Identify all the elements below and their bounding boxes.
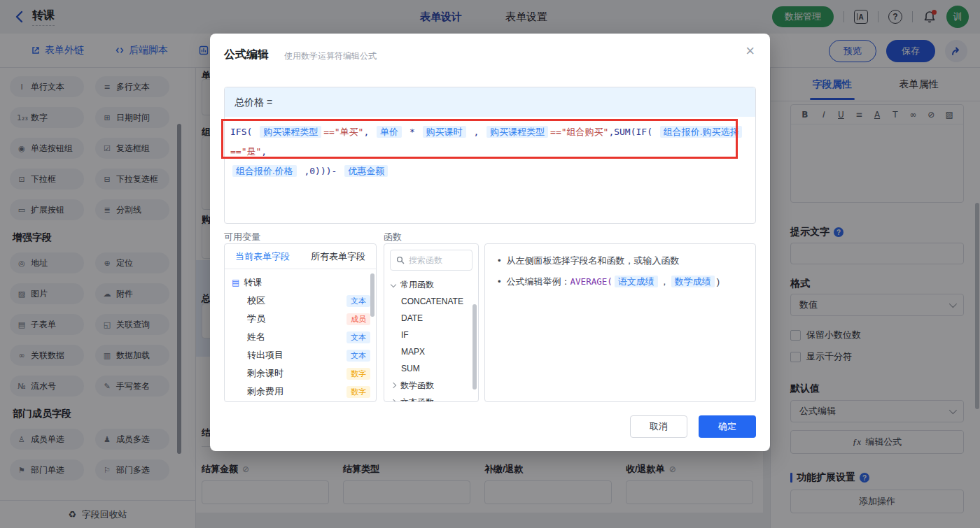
formula-field-token[interactable]: 购买课程类型 <box>260 126 321 138</box>
variable-name: 转出项目 <box>247 349 284 362</box>
tip-separator: ， <box>660 276 669 287</box>
close-icon[interactable]: × <box>746 43 755 59</box>
formula-op: =="是" <box>230 146 261 157</box>
formula-tips-panel: • 从左侧面板选择字段名和函数，或输入函数 • 公式编辑举例：AVERAGE(语… <box>484 243 756 402</box>
variables-panel: 当前表单字段 所有表单字段 ▤转课校区文本学员成员姓名文本转出项目文本剩余课时数… <box>224 243 377 402</box>
function-item[interactable]: MAPX <box>384 343 478 360</box>
example-field-token: 语文成绩 <box>615 276 658 287</box>
example-field-token: 数学成绩 <box>671 276 715 287</box>
tip-suffix: ) <box>717 276 720 287</box>
field-type-badge: 数字 <box>346 386 370 398</box>
form-doc-icon: ▤ <box>232 278 239 287</box>
bullet: • <box>498 254 501 268</box>
functions-scrollbar[interactable] <box>472 304 477 390</box>
field-type-badge: 文本 <box>346 331 370 343</box>
tip-line-1: • 从左侧面板选择字段名和函数，或输入函数 <box>498 254 743 268</box>
field-type-badge: 文本 <box>346 350 370 362</box>
formula-field-token[interactable]: 单价 <box>377 126 402 138</box>
variable-name: 剩余课时 <box>247 367 284 380</box>
variables-tabs: 当前表单字段 所有表单字段 <box>225 244 376 269</box>
form-name: 转课 <box>244 276 262 289</box>
tip-function-name: AVERAGE( <box>570 276 612 287</box>
formula-field-token[interactable]: 优惠金额 <box>344 165 388 177</box>
function-group-collapsed[interactable]: 数学函数 <box>384 377 478 394</box>
variable-name: 校区 <box>247 294 265 307</box>
formula-code: * <box>404 127 420 137</box>
variable-name: 剩余费用 <box>247 385 284 398</box>
modal-subtitle: 使用数学运算符编辑公式 <box>284 50 377 62</box>
variables-label: 可用变量 <box>224 231 260 243</box>
function-group-collapsed[interactable]: 文本函数 <box>384 394 478 402</box>
function-group-name: 数学函数 <box>400 380 434 392</box>
search-placeholder: 搜索函数 <box>409 255 442 266</box>
formula-editor: 总价格 = IFS( 购买课程类型=="单买", 单价 * 购买课时 , 购买课… <box>224 87 756 224</box>
chevron-right-icon <box>391 399 396 402</box>
field-type-badge: 成员 <box>346 313 370 325</box>
formula-edit-modal: 公式编辑 使用数学运算符编辑公式 × 总价格 = IFS( 购买课程类型=="单… <box>210 34 770 451</box>
variable-name: 学员 <box>247 313 265 325</box>
search-icon <box>396 256 405 264</box>
function-item[interactable]: CONCATENATE <box>384 293 478 310</box>
formula-result-label: 总价格 = <box>225 87 755 117</box>
variable-field-item[interactable]: 学员成员 <box>232 310 370 328</box>
formula-field-token[interactable]: 组合报价.购买选择 <box>660 126 743 138</box>
functions-list: 常用函数CONCATENATEDATEIFMAPXSUM数学函数文本函数 <box>384 276 478 402</box>
formula-code: ,0)))- <box>299 166 343 176</box>
formula-field-token[interactable]: 组合报价.价格 <box>232 165 297 177</box>
functions-panel: 搜索函数 常用函数CONCATENATEDATEIFMAPXSUM数学函数文本函… <box>384 243 479 402</box>
formula-input[interactable]: IFS( 购买课程类型=="单买", 单价 * 购买课时 , 购买课程类型=="… <box>225 117 755 187</box>
field-type-badge: 数字 <box>346 368 370 380</box>
formula-field-token[interactable]: 购买课程类型 <box>486 126 548 138</box>
formula-code: , <box>468 127 484 137</box>
function-group-name: 文本函数 <box>400 397 434 403</box>
tab-all-form-fields[interactable]: 所有表单字段 <box>300 250 376 263</box>
formula-op: =="组合购买" <box>550 127 608 137</box>
formula-code: , <box>363 127 374 137</box>
tip-line-2: • 公式编辑举例：AVERAGE(语文成绩，数学成绩) <box>498 275 743 289</box>
modal-title: 公式编辑 <box>224 48 269 62</box>
function-item[interactable]: DATE <box>384 310 478 327</box>
functions-label: 函数 <box>384 231 402 243</box>
chevron-right-icon <box>391 383 396 388</box>
formula-example: 公式编辑举例：AVERAGE(语文成绩，数学成绩) <box>507 275 720 289</box>
function-group-expanded[interactable]: 常用函数 <box>384 276 478 293</box>
variable-field-item[interactable]: 校区文本 <box>232 292 370 310</box>
variable-field-item[interactable]: 剩余费用数字 <box>232 383 370 401</box>
tip-prefix: 公式编辑举例： <box>507 276 570 287</box>
cancel-button[interactable]: 取消 <box>630 415 687 438</box>
formula-code: , <box>261 146 267 157</box>
app-root: 转课 表单设计 表单设置 数据管理 A ? 训 表单外链 后端脚本 <box>0 0 980 528</box>
variable-name: 姓名 <box>247 331 265 343</box>
formula-field-token[interactable]: 购买课时 <box>423 126 466 138</box>
variable-field-item[interactable]: 剩余课时数字 <box>232 364 370 383</box>
variable-field-item[interactable]: 转出项目文本 <box>232 346 370 364</box>
field-type-badge: 文本 <box>346 295 370 307</box>
tab-current-form-fields[interactable]: 当前表单字段 <box>225 250 300 263</box>
function-item[interactable]: SUM <box>384 360 478 377</box>
variables-scrollbar[interactable] <box>370 273 374 317</box>
formula-code: ,SUM(IF( <box>608 127 657 137</box>
confirm-button[interactable]: 确定 <box>699 415 756 438</box>
variable-field-item[interactable]: 姓名文本 <box>232 328 370 346</box>
formula-op: =="单买" <box>323 127 363 137</box>
variables-form-node[interactable]: ▤转课 <box>232 273 370 292</box>
function-item[interactable]: IF <box>384 327 478 343</box>
chevron-down-icon <box>391 282 396 287</box>
function-group-name: 常用函数 <box>400 279 434 291</box>
function-search-input[interactable]: 搜索函数 <box>390 250 472 271</box>
formula-code: IFS( <box>230 127 258 137</box>
bullet: • <box>498 275 501 289</box>
variables-list: ▤转课校区文本学员成员姓名文本转出项目文本剩余课时数字剩余费用数字 <box>225 269 376 401</box>
